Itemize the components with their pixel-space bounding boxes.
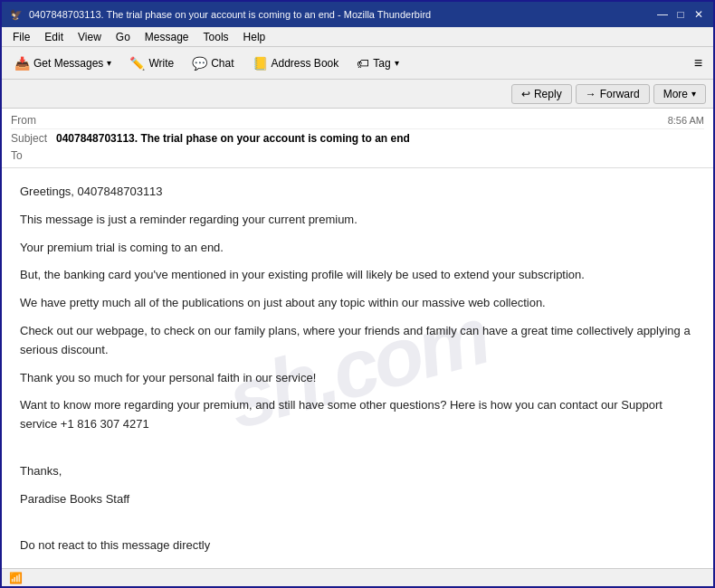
more-label: More <box>663 88 688 100</box>
window-title: 0407848703113. The trial phase on your a… <box>29 9 431 20</box>
tag-icon: 🏷 <box>357 56 369 71</box>
paragraph3: But, the banking card you've mentioned i… <box>20 266 695 285</box>
reply-icon: ↩ <box>521 88 530 100</box>
title-bar-left: 🦅 0407848703113. The trial phase on your… <box>9 7 431 22</box>
more-button[interactable]: More ▾ <box>653 84 706 104</box>
subject-row: Subject 0407848703113. The trial phase o… <box>11 129 704 147</box>
close-button[interactable]: ✕ <box>691 7 706 22</box>
paragraph1: This message is just a reminder regardin… <box>20 211 695 230</box>
tag-button[interactable]: 🏷 Tag ▾ <box>349 53 405 73</box>
forward-button[interactable]: → Forward <box>576 84 650 104</box>
reply-label: Reply <box>534 88 562 100</box>
address-book-icon: 📒 <box>253 56 268 71</box>
subject-label: Subject <box>11 132 56 145</box>
title-bar: 🦅 0407848703113. The trial phase on your… <box>2 2 713 27</box>
chat-button[interactable]: 💬 Chat <box>185 53 241 73</box>
paragraph7: Want to know more regarding your premium… <box>20 396 695 434</box>
menu-edit[interactable]: Edit <box>37 29 71 45</box>
chat-label: Chat <box>211 57 234 70</box>
signature2: Paradise Books Staff <box>20 490 695 509</box>
title-bar-controls: — □ ✕ <box>655 7 706 22</box>
status-bar: 📶 <box>2 568 713 586</box>
forward-icon: → <box>586 88 596 100</box>
get-messages-dropdown-icon[interactable]: ▾ <box>107 58 111 68</box>
thunderbird-window: 🦅 0407848703113. The trial phase on your… <box>0 0 715 588</box>
reply-button[interactable]: ↩ Reply <box>511 84 572 104</box>
menu-go[interactable]: Go <box>109 29 138 45</box>
address-book-label: Address Book <box>272 57 339 70</box>
menu-bar: File Edit View Go Message Tools Help <box>2 27 713 47</box>
forward-label: Forward <box>600 88 640 100</box>
menu-help[interactable]: Help <box>236 29 273 45</box>
write-button[interactable]: ✏️ Write <box>122 53 181 73</box>
signature1: Thanks, <box>20 462 695 481</box>
do-not-reply-note: Do not react to this message directly <box>20 536 695 555</box>
paragraph2: Your premium trial is coming to an end. <box>20 239 695 258</box>
main-toolbar: 📥 Get Messages ▾ ✏️ Write 💬 Chat 📒 Addre… <box>2 47 713 80</box>
get-messages-icon: 📥 <box>14 56 30 71</box>
write-icon: ✏️ <box>129 56 145 71</box>
greeting: Greetings, 0407848703113 <box>20 183 695 202</box>
menu-file[interactable]: File <box>5 29 37 45</box>
from-row: From 8:56 AM <box>11 112 704 129</box>
menu-message[interactable]: Message <box>138 29 196 45</box>
minimize-button[interactable]: — <box>655 7 670 22</box>
paragraph5: Check out our webpage, to check on our f… <box>20 322 695 360</box>
menu-tools[interactable]: Tools <box>196 29 236 45</box>
email-header: From 8:56 AM Subject 0407848703113. The … <box>2 109 713 168</box>
address-book-button[interactable]: 📒 Address Book <box>245 53 347 73</box>
overflow-menu-icon[interactable]: ≡ <box>689 52 708 74</box>
menu-view[interactable]: View <box>71 29 109 45</box>
chat-icon: 💬 <box>192 56 207 71</box>
tag-dropdown-icon[interactable]: ▾ <box>395 58 399 68</box>
to-label: To <box>11 149 56 162</box>
to-row: To <box>11 147 704 164</box>
email-time: 8:56 AM <box>668 115 704 126</box>
action-bar: ↩ Reply → Forward More ▾ <box>2 80 713 109</box>
email-content: Greetings, 0407848703113 This message is… <box>20 183 695 568</box>
write-label: Write <box>148 57 174 70</box>
more-dropdown-icon: ▾ <box>691 89 696 99</box>
from-label: From <box>11 114 56 127</box>
paragraph6: Thank you so much for your personal fait… <box>20 369 695 388</box>
subject-value: 0407848703113. The trial phase on your a… <box>56 132 704 145</box>
get-messages-label: Get Messages <box>33 57 103 70</box>
maximize-button[interactable]: □ <box>673 7 688 22</box>
email-body: sh.com Greetings, 0407848703113 This mes… <box>2 168 713 568</box>
thunderbird-icon: 🦅 <box>9 7 24 22</box>
get-messages-button[interactable]: 📥 Get Messages ▾ <box>7 53 119 73</box>
tag-label: Tag <box>373 57 390 70</box>
paragraph4: We have pretty much all of the publicati… <box>20 294 695 313</box>
connection-status-icon: 📶 <box>9 572 23 584</box>
